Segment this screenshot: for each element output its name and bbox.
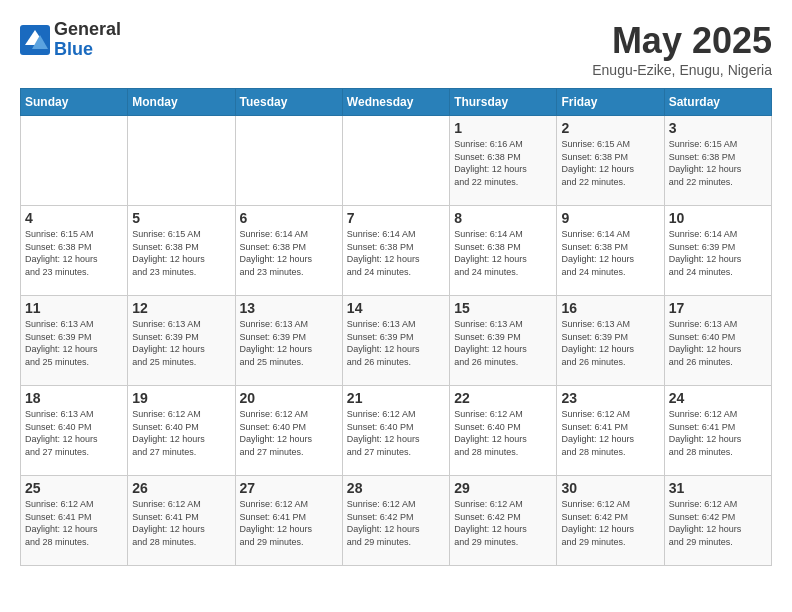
day-info: Sunrise: 6:12 AM Sunset: 6:41 PM Dayligh… (240, 498, 338, 548)
day-number: 11 (25, 300, 123, 316)
calendar-cell: 31Sunrise: 6:12 AM Sunset: 6:42 PM Dayli… (664, 476, 771, 566)
week-row-5: 25Sunrise: 6:12 AM Sunset: 6:41 PM Dayli… (21, 476, 772, 566)
day-number: 3 (669, 120, 767, 136)
day-number: 12 (132, 300, 230, 316)
month-title: May 2025 (592, 20, 772, 62)
day-number: 10 (669, 210, 767, 226)
header-thursday: Thursday (450, 89, 557, 116)
header-monday: Monday (128, 89, 235, 116)
day-info: Sunrise: 6:13 AM Sunset: 6:39 PM Dayligh… (240, 318, 338, 368)
calendar-cell (21, 116, 128, 206)
calendar-table: SundayMondayTuesdayWednesdayThursdayFrid… (20, 88, 772, 566)
calendar-cell: 8Sunrise: 6:14 AM Sunset: 6:38 PM Daylig… (450, 206, 557, 296)
day-info: Sunrise: 6:12 AM Sunset: 6:40 PM Dayligh… (454, 408, 552, 458)
header-wednesday: Wednesday (342, 89, 449, 116)
day-number: 24 (669, 390, 767, 406)
week-row-1: 1Sunrise: 6:16 AM Sunset: 6:38 PM Daylig… (21, 116, 772, 206)
day-info: Sunrise: 6:12 AM Sunset: 6:42 PM Dayligh… (561, 498, 659, 548)
day-info: Sunrise: 6:13 AM Sunset: 6:39 PM Dayligh… (454, 318, 552, 368)
day-number: 23 (561, 390, 659, 406)
logo-general: General (54, 20, 121, 40)
day-info: Sunrise: 6:12 AM Sunset: 6:41 PM Dayligh… (132, 498, 230, 548)
calendar-cell: 30Sunrise: 6:12 AM Sunset: 6:42 PM Dayli… (557, 476, 664, 566)
day-info: Sunrise: 6:12 AM Sunset: 6:42 PM Dayligh… (347, 498, 445, 548)
calendar-cell: 4Sunrise: 6:15 AM Sunset: 6:38 PM Daylig… (21, 206, 128, 296)
location: Enugu-Ezike, Enugu, Nigeria (592, 62, 772, 78)
calendar-cell: 28Sunrise: 6:12 AM Sunset: 6:42 PM Dayli… (342, 476, 449, 566)
calendar-cell: 25Sunrise: 6:12 AM Sunset: 6:41 PM Dayli… (21, 476, 128, 566)
day-number: 7 (347, 210, 445, 226)
day-info: Sunrise: 6:15 AM Sunset: 6:38 PM Dayligh… (132, 228, 230, 278)
day-number: 26 (132, 480, 230, 496)
day-info: Sunrise: 6:13 AM Sunset: 6:39 PM Dayligh… (561, 318, 659, 368)
calendar-cell: 19Sunrise: 6:12 AM Sunset: 6:40 PM Dayli… (128, 386, 235, 476)
header-friday: Friday (557, 89, 664, 116)
calendar-cell: 23Sunrise: 6:12 AM Sunset: 6:41 PM Dayli… (557, 386, 664, 476)
calendar-cell: 5Sunrise: 6:15 AM Sunset: 6:38 PM Daylig… (128, 206, 235, 296)
calendar-cell: 22Sunrise: 6:12 AM Sunset: 6:40 PM Dayli… (450, 386, 557, 476)
day-number: 14 (347, 300, 445, 316)
calendar-cell: 21Sunrise: 6:12 AM Sunset: 6:40 PM Dayli… (342, 386, 449, 476)
day-number: 6 (240, 210, 338, 226)
calendar-cell: 18Sunrise: 6:13 AM Sunset: 6:40 PM Dayli… (21, 386, 128, 476)
day-number: 2 (561, 120, 659, 136)
day-info: Sunrise: 6:14 AM Sunset: 6:38 PM Dayligh… (240, 228, 338, 278)
calendar-cell: 17Sunrise: 6:13 AM Sunset: 6:40 PM Dayli… (664, 296, 771, 386)
calendar-cell: 1Sunrise: 6:16 AM Sunset: 6:38 PM Daylig… (450, 116, 557, 206)
day-info: Sunrise: 6:15 AM Sunset: 6:38 PM Dayligh… (25, 228, 123, 278)
day-info: Sunrise: 6:12 AM Sunset: 6:41 PM Dayligh… (669, 408, 767, 458)
day-number: 4 (25, 210, 123, 226)
calendar-cell: 3Sunrise: 6:15 AM Sunset: 6:38 PM Daylig… (664, 116, 771, 206)
day-number: 19 (132, 390, 230, 406)
week-row-2: 4Sunrise: 6:15 AM Sunset: 6:38 PM Daylig… (21, 206, 772, 296)
calendar-cell: 15Sunrise: 6:13 AM Sunset: 6:39 PM Dayli… (450, 296, 557, 386)
day-number: 1 (454, 120, 552, 136)
calendar-cell: 12Sunrise: 6:13 AM Sunset: 6:39 PM Dayli… (128, 296, 235, 386)
day-number: 21 (347, 390, 445, 406)
header-sunday: Sunday (21, 89, 128, 116)
day-info: Sunrise: 6:14 AM Sunset: 6:39 PM Dayligh… (669, 228, 767, 278)
calendar-cell: 13Sunrise: 6:13 AM Sunset: 6:39 PM Dayli… (235, 296, 342, 386)
logo-text: General Blue (54, 20, 121, 60)
day-info: Sunrise: 6:13 AM Sunset: 6:40 PM Dayligh… (669, 318, 767, 368)
page-header: General Blue May 2025 Enugu-Ezike, Enugu… (20, 20, 772, 78)
day-number: 18 (25, 390, 123, 406)
logo-blue: Blue (54, 40, 121, 60)
calendar-cell: 14Sunrise: 6:13 AM Sunset: 6:39 PM Dayli… (342, 296, 449, 386)
day-number: 20 (240, 390, 338, 406)
day-info: Sunrise: 6:12 AM Sunset: 6:41 PM Dayligh… (561, 408, 659, 458)
calendar-header: SundayMondayTuesdayWednesdayThursdayFrid… (21, 89, 772, 116)
calendar-cell: 7Sunrise: 6:14 AM Sunset: 6:38 PM Daylig… (342, 206, 449, 296)
calendar-cell: 26Sunrise: 6:12 AM Sunset: 6:41 PM Dayli… (128, 476, 235, 566)
calendar-cell: 11Sunrise: 6:13 AM Sunset: 6:39 PM Dayli… (21, 296, 128, 386)
day-info: Sunrise: 6:12 AM Sunset: 6:40 PM Dayligh… (347, 408, 445, 458)
day-number: 17 (669, 300, 767, 316)
day-number: 27 (240, 480, 338, 496)
day-info: Sunrise: 6:12 AM Sunset: 6:42 PM Dayligh… (669, 498, 767, 548)
header-saturday: Saturday (664, 89, 771, 116)
day-number: 16 (561, 300, 659, 316)
week-row-3: 11Sunrise: 6:13 AM Sunset: 6:39 PM Dayli… (21, 296, 772, 386)
calendar-cell: 16Sunrise: 6:13 AM Sunset: 6:39 PM Dayli… (557, 296, 664, 386)
calendar-cell (235, 116, 342, 206)
calendar-cell: 27Sunrise: 6:12 AM Sunset: 6:41 PM Dayli… (235, 476, 342, 566)
day-info: Sunrise: 6:12 AM Sunset: 6:40 PM Dayligh… (240, 408, 338, 458)
day-number: 22 (454, 390, 552, 406)
calendar-cell (342, 116, 449, 206)
day-number: 30 (561, 480, 659, 496)
day-info: Sunrise: 6:13 AM Sunset: 6:39 PM Dayligh… (25, 318, 123, 368)
day-info: Sunrise: 6:16 AM Sunset: 6:38 PM Dayligh… (454, 138, 552, 188)
day-number: 29 (454, 480, 552, 496)
day-number: 28 (347, 480, 445, 496)
calendar-cell: 10Sunrise: 6:14 AM Sunset: 6:39 PM Dayli… (664, 206, 771, 296)
day-info: Sunrise: 6:12 AM Sunset: 6:42 PM Dayligh… (454, 498, 552, 548)
day-number: 8 (454, 210, 552, 226)
day-info: Sunrise: 6:15 AM Sunset: 6:38 PM Dayligh… (561, 138, 659, 188)
day-info: Sunrise: 6:14 AM Sunset: 6:38 PM Dayligh… (561, 228, 659, 278)
calendar-cell: 9Sunrise: 6:14 AM Sunset: 6:38 PM Daylig… (557, 206, 664, 296)
calendar-cell: 20Sunrise: 6:12 AM Sunset: 6:40 PM Dayli… (235, 386, 342, 476)
day-number: 5 (132, 210, 230, 226)
day-info: Sunrise: 6:12 AM Sunset: 6:40 PM Dayligh… (132, 408, 230, 458)
day-info: Sunrise: 6:12 AM Sunset: 6:41 PM Dayligh… (25, 498, 123, 548)
day-info: Sunrise: 6:13 AM Sunset: 6:40 PM Dayligh… (25, 408, 123, 458)
